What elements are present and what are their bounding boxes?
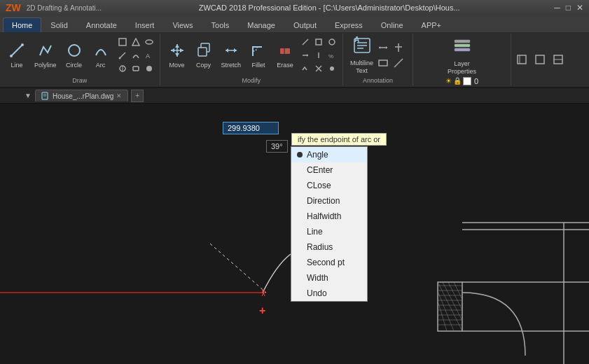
arc-label: Arc — [96, 62, 106, 69]
draw-small-5[interactable] — [130, 49, 142, 62]
angle-indicator: 39° — [266, 140, 288, 153]
svg-line-0 — [11, 45, 22, 56]
ann-small-1[interactable] — [376, 41, 390, 55]
copy-button[interactable]: Copy — [191, 41, 216, 71]
arc-icon — [93, 43, 109, 60]
extra-icon-1[interactable] — [514, 52, 529, 67]
polyline-button[interactable]: Polyline — [31, 41, 60, 71]
modify-buttons: Move Copy S — [165, 35, 339, 76]
ann-small-4[interactable] — [391, 56, 406, 70]
draw-small-6[interactable]: A — [143, 49, 155, 62]
context-menu-item-undo[interactable]: Undo — [291, 286, 367, 301]
copy-icon — [196, 43, 212, 60]
move-button[interactable]: Move — [165, 41, 190, 71]
tab-views[interactable]: Views — [163, 18, 202, 32]
window-title: ZWCAD 2018 Professional Edition - [C:\Us… — [110, 4, 548, 12]
context-menu-item-close[interactable]: CLose — [291, 178, 367, 193]
fillet-button[interactable]: Fillet — [246, 41, 271, 71]
layer-properties-button[interactable]: LayerProperties — [448, 36, 476, 76]
tab-annotate[interactable]: Annotate — [77, 18, 126, 32]
context-menu-item-direction[interactable]: Direction — [291, 193, 367, 209]
mod-small-6[interactable]: % — [326, 49, 338, 62]
layer-color-swatch[interactable] — [463, 77, 471, 85]
ann-small-3[interactable] — [376, 56, 390, 70]
doc-tab-main[interactable]: House_...rPlan.dwg ✕ — [35, 90, 128, 102]
context-menu-item-width[interactable]: Width — [291, 270, 367, 286]
layer-properties-label: LayerProperties — [448, 60, 476, 76]
context-menu-item-line[interactable]: Line — [291, 224, 367, 239]
tab-express[interactable]: Express — [326, 18, 372, 32]
draw-small-1[interactable] — [116, 36, 129, 48]
draw-group: Line Polyline Circle Arc — [0, 34, 160, 85]
draw-small-7[interactable] — [116, 62, 129, 75]
svg-marker-16 — [175, 44, 179, 48]
circle-label: Circle — [66, 62, 82, 69]
layer-number: 0 — [474, 77, 478, 85]
erase-button[interactable]: Erase — [272, 41, 298, 71]
doc-close-button[interactable]: ✕ — [116, 92, 122, 99]
context-menu-item-halfwidth[interactable]: Halfwidth — [291, 209, 367, 224]
mod-small-1[interactable] — [299, 36, 312, 48]
ann-small-2[interactable] — [391, 41, 406, 55]
mod-small-7[interactable] — [299, 62, 312, 75]
svg-point-36 — [330, 66, 334, 71]
draw-small-3[interactable] — [143, 36, 155, 48]
tab-manage[interactable]: Manage — [238, 18, 284, 32]
svg-rect-49 — [455, 40, 470, 43]
draw-small-9[interactable] — [143, 62, 155, 75]
undo-label: Undo — [307, 288, 327, 298]
erase-icon — [277, 43, 293, 60]
draw-small-2[interactable] — [130, 36, 142, 48]
context-menu-item-second-pt[interactable]: Second pt — [291, 255, 367, 270]
tab-output[interactable]: Output — [284, 18, 326, 32]
annotation-group-title: Annotation — [363, 76, 393, 84]
modify-group: Move Copy S — [160, 34, 344, 85]
arc-button[interactable]: Arc — [88, 41, 113, 71]
layer-lock-icon: 🔒 — [453, 77, 462, 85]
tab-online[interactable]: Online — [372, 18, 413, 32]
svg-rect-4 — [119, 38, 126, 46]
context-menu: Angle CEnter CLose Direction Halfwidth L… — [291, 146, 368, 302]
context-menu-item-center[interactable]: CEnter — [291, 162, 367, 178]
dimension-input[interactable]: 299.9380 — [223, 122, 279, 134]
ribbon-extras — [511, 34, 589, 85]
tab-tools[interactable]: Tools — [202, 18, 239, 32]
extra-icon-3[interactable] — [550, 52, 566, 67]
mod-small-8[interactable] — [312, 62, 325, 75]
tab-home[interactable]: Home — [3, 18, 41, 32]
angle-bullet — [297, 152, 303, 158]
modify-small-icons: % — [299, 36, 338, 75]
svg-rect-21 — [198, 48, 207, 56]
draw-group-title: Draw — [72, 76, 87, 84]
close-button[interactable]: ✕ — [576, 3, 583, 13]
svg-marker-23 — [234, 48, 237, 52]
new-tab-button[interactable]: + — [131, 90, 144, 102]
title-bar: ZW 2D Drafting & Annotati... ZWCAD 2018 … — [0, 0, 589, 15]
draw-small-8[interactable] — [130, 62, 142, 75]
mod-small-5[interactable] — [312, 49, 325, 62]
mod-small-9[interactable] — [326, 62, 338, 75]
stretch-button[interactable]: Stretch — [218, 41, 245, 71]
tab-insert[interactable]: Insert — [126, 18, 164, 32]
second-pt-label: Second pt — [307, 258, 345, 267]
tab-app[interactable]: APP+ — [413, 18, 450, 32]
layer-sun-icon: ☀ — [445, 77, 452, 85]
svg-line-48 — [394, 59, 403, 67]
extra-icon-2[interactable] — [532, 52, 548, 67]
context-menu-item-radius[interactable]: Radius — [291, 239, 367, 255]
line-button[interactable]: Line — [4, 41, 29, 71]
multiline-text-button[interactable]: A MultilineText — [350, 36, 373, 75]
angle-label: Angle — [307, 150, 328, 160]
draw-small-4[interactable] — [116, 49, 129, 62]
tab-solid[interactable]: Solid — [41, 18, 76, 32]
fillet-label: Fillet — [252, 62, 265, 69]
circle-button[interactable]: Circle — [62, 41, 87, 71]
direction-label: Direction — [307, 196, 340, 206]
polyline-label: Polyline — [34, 62, 57, 69]
mod-small-3[interactable] — [326, 36, 338, 48]
mod-small-4[interactable] — [299, 49, 312, 62]
context-menu-item-angle[interactable]: Angle — [291, 147, 367, 162]
mod-small-2[interactable] — [312, 36, 325, 48]
minimize-button[interactable]: ─ — [554, 3, 560, 13]
maximize-button[interactable]: □ — [566, 3, 571, 13]
